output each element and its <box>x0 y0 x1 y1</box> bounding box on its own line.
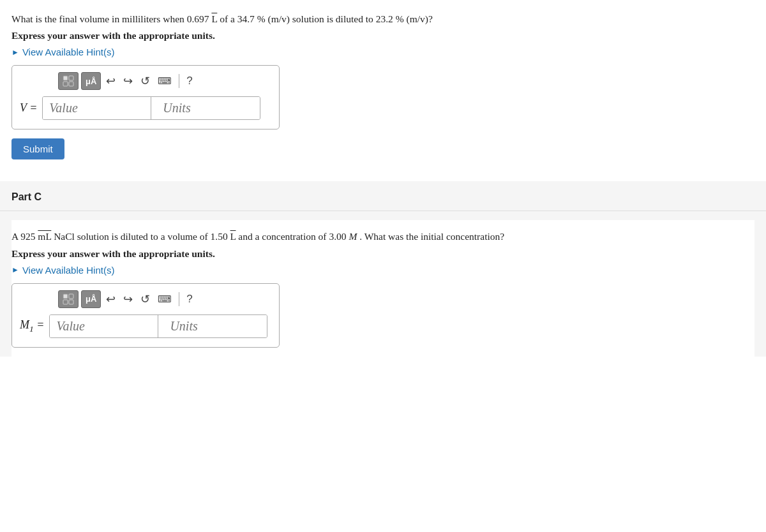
part-b-question: What is the final volume in milliliters … <box>11 11 755 26</box>
part-c-toolbar-separator <box>179 292 179 306</box>
part-b-answer-row: V = <box>20 96 271 120</box>
part-c-help-button[interactable]: ? <box>184 292 195 307</box>
part-c-redo-button[interactable]: ↪ <box>121 291 135 307</box>
svg-rect-0 <box>63 76 68 80</box>
hint-arrow-icon: ► <box>11 48 19 57</box>
part-c-hint-arrow-icon: ► <box>11 265 19 274</box>
part-c-refresh-button[interactable]: ↺ <box>138 291 153 307</box>
part-b-input-box: μÅ ↩ ↪ ↺ ⌨ ? V = <box>11 65 280 129</box>
svg-rect-3 <box>69 82 73 86</box>
part-c-express: Express your answer with the appropriate… <box>11 248 755 260</box>
part-b-hint-link[interactable]: ► View Available Hint(s) <box>11 47 755 57</box>
svg-rect-1 <box>69 76 73 80</box>
svg-rect-6 <box>63 300 68 304</box>
part-b-value-input[interactable] <box>43 97 151 119</box>
part-c-hint-link[interactable]: ► View Available Hint(s) <box>11 265 755 276</box>
svg-rect-2 <box>63 82 68 86</box>
toolbar-separator <box>179 74 179 88</box>
part-c-question: A 925 mL NaCl solution is diluted to a v… <box>11 229 755 244</box>
part-c-value-input[interactable] <box>50 315 158 337</box>
part-c-variable-label: M1 = <box>20 318 44 334</box>
svg-rect-5 <box>69 294 73 299</box>
refresh-button[interactable]: ↺ <box>138 73 153 89</box>
part-c-label: Part C <box>11 190 755 203</box>
part-c-undo-button[interactable]: ↩ <box>103 291 118 307</box>
hint-link-label: View Available Hint(s) <box>22 47 115 57</box>
part-c-input-fields <box>49 314 267 338</box>
part-c-content: A 925 mL NaCl solution is diluted to a v… <box>11 220 755 356</box>
part-b-toolbar: μÅ ↩ ↪ ↺ ⌨ ? <box>20 72 271 90</box>
part-c-input-box: μÅ ↩ ↪ ↺ ⌨ ? M1 = <box>11 283 280 348</box>
submit-button[interactable]: Submit <box>11 138 64 159</box>
part-b-express: Express your answer with the appropriate… <box>11 30 755 41</box>
mu-angstrom-button[interactable]: μÅ <box>81 72 101 90</box>
keyboard-button[interactable]: ⌨ <box>155 74 174 88</box>
svg-rect-4 <box>63 294 68 299</box>
part-c-section: Part C A 925 mL NaCl solution is diluted… <box>0 181 766 356</box>
part-c-hint-link-label: View Available Hint(s) <box>22 265 115 276</box>
part-c-mu-angstrom-button[interactable]: μÅ <box>81 290 101 308</box>
help-button[interactable]: ? <box>184 73 195 89</box>
part-b-variable-label: V = <box>20 101 37 115</box>
part-c-toolbar: μÅ ↩ ↪ ↺ ⌨ ? <box>20 290 271 308</box>
part-c-matrix-icon-button[interactable] <box>58 290 79 308</box>
part-b-input-fields <box>42 96 260 120</box>
part-c-units-input[interactable] <box>158 315 267 337</box>
section-divider <box>0 211 766 211</box>
svg-rect-7 <box>69 300 73 304</box>
undo-button[interactable]: ↩ <box>103 73 118 89</box>
part-b-section: What is the final volume in milliliters … <box>11 11 755 175</box>
redo-button[interactable]: ↪ <box>121 73 135 89</box>
part-c-keyboard-button[interactable]: ⌨ <box>155 292 174 306</box>
part-c-answer-row: M1 = <box>20 314 271 338</box>
matrix-icon-button[interactable] <box>58 72 79 90</box>
part-b-units-input[interactable] <box>151 97 260 119</box>
